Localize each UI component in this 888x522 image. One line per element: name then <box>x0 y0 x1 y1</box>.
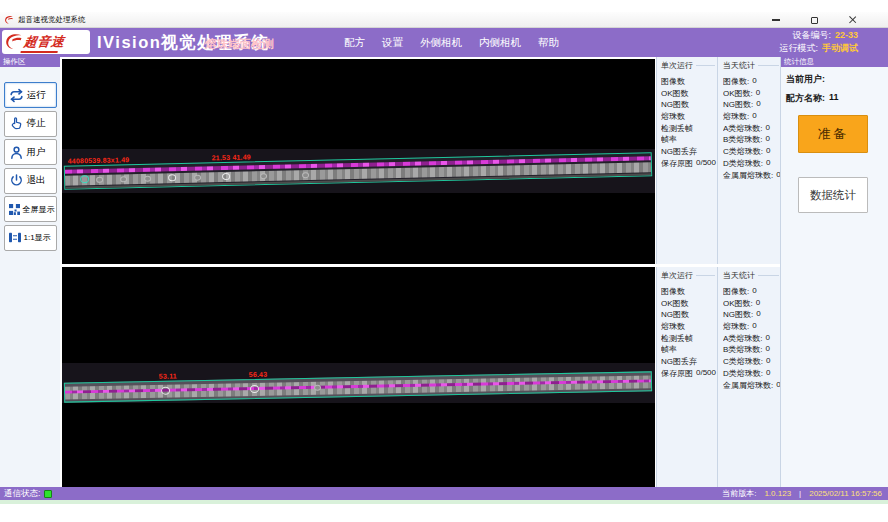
taskbar-strip <box>0 500 888 504</box>
menu-item[interactable]: 帮助 <box>538 36 559 50</box>
menu-bar: 配方 设置 外侧相机 内侧相机 帮助 <box>344 28 559 57</box>
stat-row: 检测丢帧 <box>661 333 717 345</box>
one-to-one-icon <box>9 232 21 243</box>
stat-label: 熔珠数: <box>723 111 749 123</box>
run-button[interactable]: 运行 <box>4 82 57 108</box>
operation-sidebar: 操作区 运行 停止 <box>0 57 60 487</box>
stat-label: 帧率 <box>661 134 677 146</box>
stat-label: 保存原图 <box>661 368 693 380</box>
stat-label: NG图数 <box>661 99 689 111</box>
stat-row: 帧率 <box>661 134 717 146</box>
stop-button[interactable]: 停止 <box>4 111 57 137</box>
minimize-button[interactable] <box>770 14 782 26</box>
stop-button-label: 停止 <box>27 117 46 130</box>
stat-row: 保存原图 0/500 <box>661 158 717 170</box>
user-button[interactable]: 用户 <box>4 139 57 165</box>
stat-value: 0 <box>756 298 760 310</box>
stat-row: 帧率 <box>661 344 717 356</box>
menu-item[interactable]: 内侧相机 <box>479 36 521 50</box>
stat-row: A类熔珠数: 0 <box>723 123 781 135</box>
stat-label: 图像数: <box>723 76 749 88</box>
hand-stop-icon <box>9 116 24 131</box>
stat-row: 金属屑熔珠数: 0 <box>723 170 781 182</box>
stat-label: NG图丢弃 <box>661 356 697 368</box>
one-to-one-button-label: 1:1显示 <box>24 232 51 243</box>
fullscreen-grid-icon <box>9 204 20 215</box>
app-logo-icon <box>4 15 14 25</box>
recipe-name-label: 配方名称: <box>786 92 825 105</box>
stat-row: 熔珠数: 0 <box>723 321 781 333</box>
ready-button[interactable]: 准备 <box>798 115 868 153</box>
stat-row: 图像数: 0 <box>723 286 781 298</box>
maximize-button[interactable] <box>808 14 820 26</box>
stat-value: 0 <box>766 344 770 356</box>
stat-label: 金属屑熔珠数: <box>723 380 773 392</box>
stat-value: 0 <box>756 309 760 321</box>
stat-row: OK图数: 0 <box>723 88 781 100</box>
measurement-annotation: 53.11 <box>159 372 177 379</box>
stat-label: NG图数: <box>723 309 753 321</box>
stat-label: 图像数 <box>661 286 685 298</box>
stat-row: NG图数: 0 <box>723 309 781 321</box>
statistics-info-panel: 统计信息 当前用户: 配方名称: 11 准备 数据统计 <box>780 57 888 487</box>
stat-value: 0 <box>752 76 756 88</box>
stat-label: C类熔珠数: <box>723 356 763 368</box>
fullscreen-button[interactable]: 全屏显示 <box>4 196 57 222</box>
stat-row: D类熔珠数: 0 <box>723 368 781 380</box>
stat-row: 图像数: 0 <box>723 76 781 88</box>
status-bar: 通信状态: 当前版本: 1.0.123 | 2025/02/11 16:57:5… <box>0 487 888 500</box>
stat-label: NG图数: <box>723 99 753 111</box>
stat-label: 图像数 <box>661 76 685 88</box>
stat-row: NG图数 <box>661 309 717 321</box>
menu-item[interactable]: 设置 <box>382 36 403 50</box>
run-cycle-icon <box>9 88 24 103</box>
recipe-name-value: 11 <box>829 92 839 105</box>
app-header: 超音速 IVision视觉处理系统 熔珠端面检测 配方 设置 外侧相机 内侧相机… <box>0 28 888 57</box>
stat-label: OK图数 <box>661 88 689 100</box>
inner-camera-viewport: 53.11 56.43 <box>62 267 655 487</box>
today-stats-title: 当天统计 <box>723 270 781 281</box>
stat-row: OK图数 <box>661 88 717 100</box>
measurement-annotation: 44080539.83x1.49 <box>68 156 130 164</box>
stat-label: 熔珠数 <box>661 321 685 333</box>
one-to-one-button[interactable]: 1:1显示 <box>4 225 57 251</box>
today-stats-group: 当天统计 图像数: 0 OK图数: 0 NG图数: 0 <box>719 267 781 487</box>
statusbar-separator: | <box>799 489 801 498</box>
stat-row: 熔珠数 <box>661 321 717 333</box>
window-title: 超音速视觉处理系统 <box>18 15 86 25</box>
exit-button[interactable]: 退出 <box>4 168 57 194</box>
version-label: 当前版本: <box>722 488 756 499</box>
stat-label: 检测丢帧 <box>661 333 693 345</box>
stat-label: A类熔珠数: <box>723 333 763 345</box>
power-icon <box>9 173 24 188</box>
fullscreen-button-label: 全屏显示 <box>23 204 55 215</box>
page-subtitle: 熔珠端面检测 <box>205 37 274 52</box>
close-button[interactable] <box>846 14 858 26</box>
brand-name: 超音速 <box>23 33 66 51</box>
stat-label: OK图数 <box>661 298 689 310</box>
device-number-value: 22-33 <box>835 30 858 41</box>
stat-value: 0 <box>766 158 770 170</box>
info-panel-title: 统计信息 <box>781 57 888 67</box>
run-button-label: 运行 <box>27 89 46 102</box>
device-number-label: 设备编号: <box>792 30 831 41</box>
stat-row: C类熔珠数: 0 <box>723 356 781 368</box>
menu-item[interactable]: 配方 <box>344 36 365 50</box>
stat-label: 帧率 <box>661 344 677 356</box>
menu-item[interactable]: 外侧相机 <box>420 36 462 50</box>
stat-row: NG图丢弃 <box>661 146 717 158</box>
datetime-value: 2025/02/11 16:57:56 <box>809 489 882 498</box>
stat-label: C类熔珠数: <box>723 146 763 158</box>
stat-row: 图像数 <box>661 286 717 298</box>
stat-row: OK图数 <box>661 298 717 310</box>
stat-label: OK图数: <box>723 298 753 310</box>
stat-label: A类熔珠数: <box>723 123 763 135</box>
stat-value: 0/500 <box>696 158 716 170</box>
data-statistics-button[interactable]: 数据统计 <box>798 177 868 213</box>
measurement-annotation: 21.53 41.49 <box>212 153 251 161</box>
stat-value: 0 <box>752 111 756 123</box>
stat-value: 0 <box>766 368 770 380</box>
stat-label: NG图数 <box>661 309 689 321</box>
comm-status-label: 通信状态: <box>4 488 40 500</box>
current-user-label: 当前用户: <box>786 73 825 86</box>
